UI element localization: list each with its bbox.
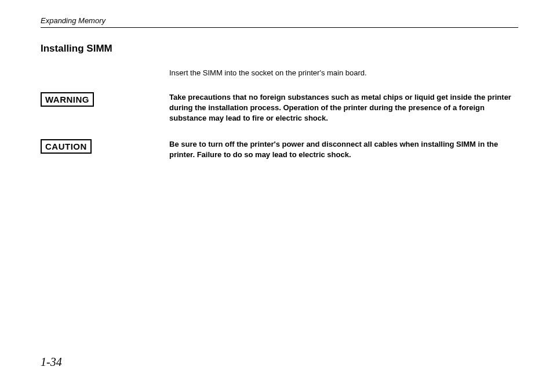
warning-text: Take precautions that no foreign substan…: [169, 92, 518, 124]
section-title: Installing SIMM: [41, 43, 518, 55]
warning-label-wrap: WARNING: [41, 92, 169, 107]
page-header: Expanding Memory: [41, 16, 518, 28]
caution-text: Be sure to turn off the printer's power …: [169, 139, 518, 160]
page-number: 1-34: [41, 355, 62, 369]
warning-row: WARNING Take precautions that no foreign…: [41, 92, 518, 124]
caution-label: CAUTION: [41, 139, 92, 154]
document-page: Expanding Memory Installing SIMM Insert …: [0, 0, 553, 160]
caution-label-wrap: CAUTION: [41, 139, 169, 154]
intro-paragraph: Insert the SIMM into the socket on the p…: [169, 68, 518, 77]
header-section-name: Expanding Memory: [41, 16, 518, 25]
warning-label: WARNING: [41, 92, 94, 107]
caution-row: CAUTION Be sure to turn off the printer'…: [41, 139, 518, 160]
